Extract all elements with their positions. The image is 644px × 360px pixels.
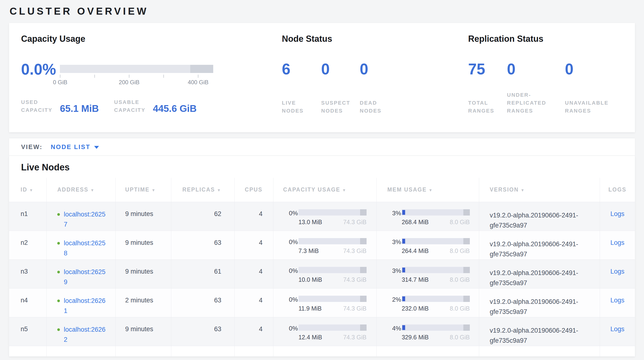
column-header-mem-usage[interactable]: MEM USAGE▼ bbox=[376, 178, 479, 202]
stat-label: DEAD NODES bbox=[360, 99, 390, 115]
node-address-link[interactable]: localhost:26259 bbox=[64, 267, 108, 287]
node-uptime: 2 minutes bbox=[116, 288, 171, 317]
stat-value: 6 bbox=[282, 61, 321, 77]
column-header-replicas[interactable]: REPLICAS▼ bbox=[171, 178, 234, 202]
node-id: n3 bbox=[9, 259, 47, 288]
capacity-gauge-reserved bbox=[190, 65, 213, 73]
node-capacity-usage: 0% 13.0 MiB 74.3 GiB bbox=[273, 202, 376, 231]
column-header-uptime[interactable]: UPTIME▼ bbox=[116, 178, 171, 202]
node-cpus: 4 bbox=[234, 202, 273, 231]
live-status-icon bbox=[57, 271, 60, 273]
dead-nodes-stat: 0 DEAD NODES bbox=[360, 61, 399, 115]
node-id: n4 bbox=[9, 288, 47, 317]
stat-label: SUSPECT NODES bbox=[321, 99, 351, 115]
node-cpus: 4 bbox=[234, 317, 273, 346]
capacity-used-value: 11.9 MiB bbox=[298, 305, 322, 312]
capacity-percent-label: 0% bbox=[289, 296, 298, 312]
capacity-percent-label: 0% bbox=[289, 324, 298, 341]
gauge-tick-label: 200 GiB bbox=[119, 79, 140, 86]
table-row: n4 localhost:26261 2 minutes 63 4 0% 11.… bbox=[9, 288, 635, 317]
node-id: n2 bbox=[9, 231, 47, 259]
gauge-tick-label: 0 GiB bbox=[53, 79, 67, 86]
node-address-link[interactable]: localhost:26262 bbox=[64, 324, 108, 345]
stat-label: UNAVAILABLE RANGES bbox=[565, 99, 612, 115]
stat-value: 75 bbox=[468, 61, 507, 77]
node-uptime: 9 minutes bbox=[116, 202, 171, 231]
node-mem-usage: 3% 268.4 MiB 8.0 GiB bbox=[376, 202, 479, 231]
node-status-title: Node Status bbox=[282, 34, 468, 44]
view-selected-value: NODE LIST bbox=[51, 143, 90, 151]
node-replicas: 63 bbox=[171, 317, 234, 346]
mem-bar bbox=[402, 238, 470, 244]
mem-total-value: 8.0 GiB bbox=[450, 219, 470, 226]
node-address-link[interactable]: localhost:26258 bbox=[64, 238, 108, 258]
view-bar: VIEW: NODE LIST bbox=[9, 138, 635, 156]
usable-capacity-stat: USABLE CAPACITY 445.6 GiB bbox=[114, 98, 196, 114]
capacity-bar-reserved bbox=[360, 267, 366, 273]
mem-percent-label: 2% bbox=[392, 296, 402, 312]
node-replicas: 63 bbox=[171, 231, 234, 259]
capacity-percent: 0.0% bbox=[21, 61, 60, 78]
column-header-version[interactable]: VERSION▼ bbox=[479, 178, 600, 202]
column-header-address[interactable]: ADDRESS▼ bbox=[47, 178, 116, 202]
sort-icon: ▼ bbox=[29, 188, 34, 192]
replication-status-title: Replication Status bbox=[468, 34, 623, 44]
node-uptime: 9 minutes bbox=[116, 259, 171, 288]
chevron-down-icon bbox=[94, 146, 99, 149]
table-row: n1 localhost:26257 9 minutes 62 4 0% 13.… bbox=[9, 202, 635, 231]
cluster-overview-page: CLUSTER OVERVIEW Capacity Usage 0.0% bbox=[0, 0, 644, 360]
capacity-gauge-ticks bbox=[60, 74, 213, 78]
column-header-cpus: CPUS bbox=[234, 178, 273, 202]
capacity-gauge-bar: 0 GiB 200 GiB 400 GiB bbox=[60, 65, 213, 86]
column-header-id[interactable]: ID▼ bbox=[9, 178, 47, 202]
logs-link[interactable]: Logs bbox=[610, 268, 624, 275]
view-selector[interactable]: NODE LIST bbox=[51, 143, 99, 151]
capacity-bar-reserved bbox=[360, 296, 366, 302]
node-uptime: 9 minutes bbox=[116, 231, 171, 259]
mem-bar-reserved bbox=[463, 324, 470, 331]
live-status-icon bbox=[57, 242, 60, 245]
capacity-percent-label: 0% bbox=[289, 238, 298, 254]
mem-used-value: 314.7 MiB bbox=[402, 276, 429, 283]
logs-link[interactable]: Logs bbox=[610, 239, 624, 246]
mem-used-value: 232.0 MiB bbox=[402, 305, 429, 312]
stat-value: 0 bbox=[565, 61, 623, 77]
total-ranges-stat: 75 TOTAL RANGES bbox=[468, 61, 507, 115]
node-mem-usage: 4% 329.6 MiB 8.0 GiB bbox=[376, 317, 479, 346]
used-capacity-stat: USED CAPACITY 65.1 MiB bbox=[21, 98, 99, 114]
view-label: VIEW: bbox=[21, 143, 43, 151]
mem-bar-fill bbox=[402, 268, 405, 272]
logs-link[interactable]: Logs bbox=[610, 325, 624, 333]
live-nodes-card: Live Nodes ID▼ ADDRESS▼ UPTIME▼ REPLICAS… bbox=[9, 156, 635, 356]
node-capacity-usage: 0% 7.3 MiB 74.3 GiB bbox=[273, 231, 376, 259]
capacity-total-value: 74.3 GiB bbox=[343, 247, 366, 254]
mem-bar bbox=[402, 324, 470, 331]
capacity-usage-title: Capacity Usage bbox=[21, 34, 282, 44]
nodes-table: ID▼ ADDRESS▼ UPTIME▼ REPLICAS▼ CPUS CAPA… bbox=[9, 178, 635, 356]
stat-label: LIVE NODES bbox=[282, 99, 312, 115]
under-replicated-ranges-stat: 0 UNDER-REPLICATED RANGES bbox=[507, 61, 565, 115]
column-header-capacity-usage[interactable]: CAPACITY USAGE▼ bbox=[273, 178, 376, 202]
node-capacity-usage: 0% 12.4 MiB 74.3 GiB bbox=[273, 317, 376, 346]
gauge-tick bbox=[94, 75, 95, 78]
node-cpus: 4 bbox=[234, 259, 273, 288]
mem-used-value: 268.4 MiB bbox=[402, 219, 429, 226]
node-mem-usage: 2% 232.0 MiB 8.0 GiB bbox=[376, 288, 479, 317]
capacity-bar bbox=[298, 209, 366, 216]
mem-bar bbox=[402, 267, 470, 273]
capacity-used-value: 12.4 MiB bbox=[298, 334, 322, 341]
capacity-gauge-track bbox=[60, 65, 213, 73]
capacity-total-value: 74.3 GiB bbox=[343, 334, 366, 341]
logs-link[interactable]: Logs bbox=[610, 297, 624, 304]
page-title: CLUSTER OVERVIEW bbox=[0, 0, 644, 23]
capacity-total-value: 74.3 GiB bbox=[343, 219, 366, 226]
stat-value: 0 bbox=[507, 61, 565, 77]
gauge-tick bbox=[60, 75, 60, 78]
node-id: n5 bbox=[9, 317, 47, 346]
node-mem-usage: 3% 264.4 MiB 8.0 GiB bbox=[376, 231, 479, 259]
mem-total-value: 8.0 GiB bbox=[450, 334, 470, 341]
capacity-total-value: 74.3 GiB bbox=[343, 276, 366, 283]
logs-link[interactable]: Logs bbox=[610, 210, 624, 218]
node-address-link[interactable]: localhost:26257 bbox=[64, 209, 108, 229]
node-address-link[interactable]: localhost:26261 bbox=[64, 296, 108, 316]
